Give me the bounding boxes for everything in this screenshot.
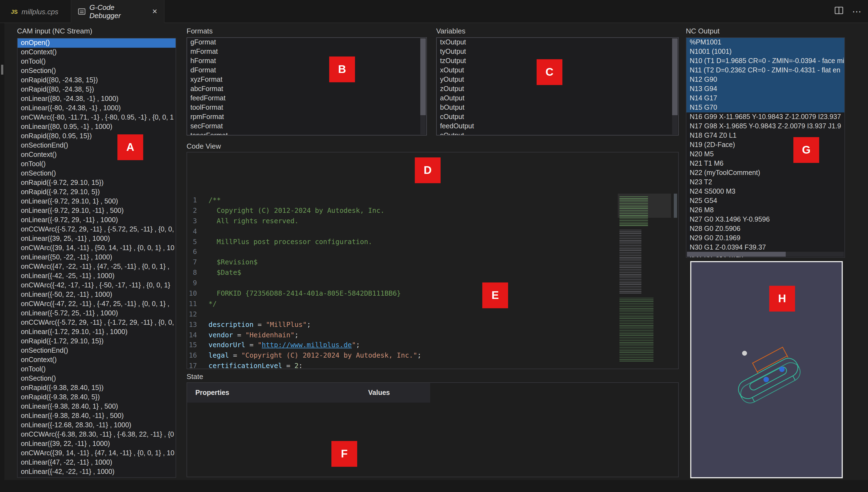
cam-input-item[interactable]: onLinear({-80, -24.38, -1} , 1000)	[18, 104, 175, 113]
split-editor-icon[interactable]	[835, 6, 843, 17]
more-actions-icon[interactable]: ⋯	[852, 7, 862, 16]
variables-list[interactable]: txOutputtyOutputtzOutputxOutputyOutputzO…	[436, 37, 679, 136]
nc-output-line[interactable]: N29 G0 Z0.1969	[686, 233, 844, 243]
variable-item[interactable]: bOutput	[437, 103, 678, 113]
format-item[interactable]: mFormat	[187, 47, 426, 56]
nc-output-line[interactable]: N20 M5	[686, 150, 844, 159]
cam-input-item[interactable]: onTool()	[18, 365, 175, 374]
cam-input-item[interactable]: onTool()	[18, 159, 175, 169]
cam-input-item[interactable]: onCWArc({-47, 22, -11} , {-47, 25, -11} …	[18, 299, 175, 309]
cam-input-item[interactable]: onLinear({-42, -22, -11} , 1000)	[18, 467, 175, 477]
nc-output-line[interactable]: N19 (2D-Face)	[686, 141, 844, 150]
cam-input-item[interactable]: onCWArc({39, 14, -11} , {47, 14, -11} , …	[18, 449, 175, 458]
nc-output-line[interactable]: N21 T1 M6	[686, 159, 844, 168]
cam-input-item[interactable]: onLinear({-5.72, 25, -11} , 1000)	[18, 309, 175, 318]
cam-input-item[interactable]: onCCWArc({-5.72, 29, -11} , {-5.72, 25, …	[18, 225, 175, 234]
format-item[interactable]: rpmFormat	[187, 113, 426, 122]
code-editor[interactable]: 1/**2 Copyright (C) 2012-2024 by Autodes…	[188, 193, 678, 368]
cam-input-item[interactable]: onLinear({-1.72, 29.10, -11} , 1000)	[18, 327, 175, 337]
cam-input-item[interactable]: onCCWArc({-6.38, 28.30, -11} , {-6.38, 2…	[18, 430, 175, 439]
scrollbar-thumb[interactable]	[672, 39, 678, 115]
cam-input-item[interactable]: onCCWArc({-5.72, 29, -11} , {-1.72, 29, …	[18, 318, 175, 327]
variable-item[interactable]: yOutput	[437, 75, 678, 84]
tab-gcode-debugger[interactable]: G-Code Debugger ✕	[71, 0, 165, 23]
cam-input-item[interactable]: onLinear({-50, 22, -11} , 1000)	[18, 290, 175, 299]
nc-output-line[interactable]: N15 G70	[686, 103, 844, 113]
minimap[interactable]	[618, 194, 671, 365]
nc-output-line[interactable]: N22 (myToolComment)	[686, 168, 844, 178]
format-item[interactable]: hFormat	[187, 56, 426, 66]
formats-list[interactable]: gFormatmFormathFormatdFormatxyzFormatabc…	[187, 37, 427, 136]
format-item[interactable]: secFormat	[187, 122, 426, 131]
cam-input-item[interactable]: onLinear({-9.72, 29.10, 1} , 500)	[18, 197, 175, 206]
format-item[interactable]: toolFormat	[187, 103, 426, 113]
variable-item[interactable]: tyOutput	[437, 47, 678, 56]
nc-output-line[interactable]: N11 (T2 D=0.2362 CR=0 - ZMIN=-0.4331 - f…	[686, 66, 844, 75]
cam-input-item[interactable]: onSection()	[18, 169, 175, 178]
nc-output-hscrollbar[interactable]	[687, 252, 844, 257]
cam-input-item[interactable]: onContext()	[18, 355, 175, 365]
nc-output-line[interactable]: N28 G0 Z0.5906	[686, 224, 844, 233]
cam-input-item[interactable]: onLinear({39, 25, -11} , 1000)	[18, 234, 175, 244]
nc-output-line[interactable]: N24 S5000 M3	[686, 187, 844, 196]
nc-output-line[interactable]: %PM1001	[686, 38, 844, 47]
variable-item[interactable]: tzOutput	[437, 56, 678, 66]
format-item[interactable]: gFormat	[187, 38, 426, 47]
preview-3d[interactable]	[690, 261, 843, 478]
format-item[interactable]: abcFormat	[187, 84, 426, 94]
cam-input-item[interactable]: onContext()	[18, 48, 175, 57]
cam-input-item[interactable]: onRapid({-9.38, 28.40, 5})	[18, 393, 175, 402]
cam-input-item[interactable]: onOpen()	[18, 39, 175, 48]
variable-item[interactable]: txOutput	[437, 38, 678, 47]
cam-input-item[interactable]: onRapid({-9.72, 29.10, 15})	[18, 178, 175, 188]
cam-input-item[interactable]: onLinear({-42, -25, -11} , 1000)	[18, 271, 175, 281]
tab-millplus-cps[interactable]: JS millplus.cps	[4, 0, 71, 23]
cam-input-item[interactable]: onSection()	[18, 374, 175, 384]
nc-output-line[interactable]: N1001 (1001)	[686, 47, 844, 56]
variable-item[interactable]: sOutput	[437, 131, 678, 136]
cam-input-item[interactable]: onRapid({-9.72, 29.10, 5})	[18, 188, 175, 197]
cam-input-item[interactable]: onLinear({80, -24.38, -1} , 1000)	[18, 94, 175, 104]
nc-output-line[interactable]: N27 G0 X3.1496 Y-0.9596	[686, 215, 844, 224]
cam-input-item[interactable]: onLinear({-9.72, 29.10, -11} , 500)	[18, 206, 175, 216]
format-item[interactable]: feedFormat	[187, 94, 426, 103]
variable-item[interactable]: zOutput	[437, 84, 678, 94]
nc-output-line[interactable]: N25 G54	[686, 196, 844, 206]
close-tab-icon[interactable]: ✕	[152, 8, 158, 15]
cam-input-item[interactable]: onCWArc({39, 14, -11} , {50, 14, -11} , …	[18, 244, 175, 253]
nc-output-line[interactable]: N26 M8	[686, 206, 844, 215]
cam-input-item[interactable]: onSectionEnd()	[18, 346, 175, 355]
cam-input-item[interactable]: onRapid({-9.38, 28.40, 15})	[18, 384, 175, 393]
cam-input-item[interactable]: onContext()	[18, 150, 175, 159]
cam-input-item[interactable]: onCWArc({-42, -17, -11} , {-47, -17, -11…	[18, 477, 175, 478]
cam-input-item[interactable]: onCWArc({47, -22, -11} , {47, -25, -11} …	[18, 262, 175, 271]
nc-output-line[interactable]: N13 G94	[686, 84, 844, 94]
cam-input-item[interactable]: onLinear({-9.72, 29, -11} , 1000)	[18, 216, 175, 225]
cam-input-item[interactable]: onCWArc({-80, -11.71, -1} , {-80, 0.95, …	[18, 113, 175, 122]
scrollbar-thumb[interactable]	[420, 39, 426, 115]
nc-output-line[interactable]: N12 G90	[686, 75, 844, 84]
nc-output-line[interactable]: N17 G98 X-1.9685 Y-0.9843 Z-2.0079 I3.93…	[686, 122, 844, 131]
cam-input-item[interactable]: onSection()	[18, 66, 175, 76]
variable-item[interactable]: xOutput	[437, 66, 678, 75]
cam-input-item[interactable]: onRapid({80, -24.38, 5})	[18, 85, 175, 94]
format-item[interactable]: xyzFormat	[187, 75, 426, 84]
cam-input-item[interactable]: onLinear({47, -22, -11} , 1000)	[18, 458, 175, 467]
cam-input-item[interactable]: onLinear({-9.38, 28.40, -11} , 500)	[18, 411, 175, 421]
nc-output-line[interactable]: N10 (T1 D=1.9685 CR=0 - ZMIN=-0.0394 - f…	[686, 56, 844, 66]
cam-input-item[interactable]: onRapid({-1.72, 29.10, 15})	[18, 337, 175, 346]
cam-input-item[interactable]: onCWArc({-42, -17, -11} , {-50, -17, -11…	[18, 281, 175, 290]
cam-input-item[interactable]: onRapid({80, 0.95, 15})	[18, 132, 175, 141]
nc-output-list[interactable]: %PM1001N1001 (1001)N10 (T1 D=1.9685 CR=0…	[686, 37, 845, 258]
nc-output-line[interactable]: N23 T2	[686, 178, 844, 187]
variable-item[interactable]: feedOutput	[437, 122, 678, 131]
nc-output-line[interactable]: N14 G17	[686, 94, 844, 103]
variable-item[interactable]: aOutput	[437, 94, 678, 103]
nc-output-line[interactable]: N16 G99 X-11.9685 Y-10.9843 Z-12.0079 I2…	[686, 113, 844, 122]
cam-input-item[interactable]: onTool()	[18, 57, 175, 66]
format-item[interactable]: taperFormat	[187, 131, 426, 136]
editor-scrollbar[interactable]	[674, 194, 677, 218]
format-item[interactable]: dFormat	[187, 66, 426, 75]
variables-scrollbar[interactable]	[672, 39, 678, 134]
scrollbar-thumb[interactable]	[687, 252, 786, 257]
